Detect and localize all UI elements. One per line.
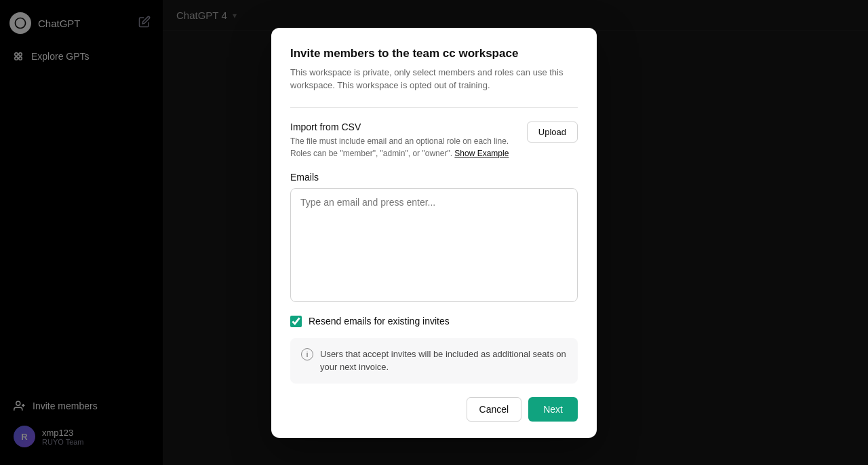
resend-emails-checkbox[interactable] [290,316,302,327]
upload-button[interactable]: Upload [527,122,578,143]
cancel-button[interactable]: Cancel [467,397,522,422]
resend-emails-row: Resend emails for existing invites [290,316,578,327]
show-example-link[interactable]: Show Example [454,149,509,158]
info-box: i Users that accept invites will be incl… [290,338,578,384]
checkbox-label: Resend emails for existing invites [309,316,450,327]
emails-input[interactable] [290,188,578,302]
modal-divider [290,107,578,108]
next-button[interactable]: Next [528,397,578,422]
csv-label: Import from CSV [290,122,516,132]
csv-description: The file must include email and an optio… [290,135,516,160]
info-text: Users that accept invites will be includ… [320,348,567,374]
emails-label: Emails [290,172,578,183]
modal-overlay: Invite members to the team cc workspace … [0,0,868,465]
modal-footer: Cancel Next [290,397,578,422]
modal-subtitle: This workspace is private, only select m… [290,66,578,92]
csv-info: Import from CSV The file must include em… [290,122,516,160]
info-icon: i [301,348,313,360]
modal-title: Invite members to the team cc workspace [290,47,578,60]
csv-section: Import from CSV The file must include em… [290,122,578,160]
invite-modal: Invite members to the team cc workspace … [271,28,597,438]
